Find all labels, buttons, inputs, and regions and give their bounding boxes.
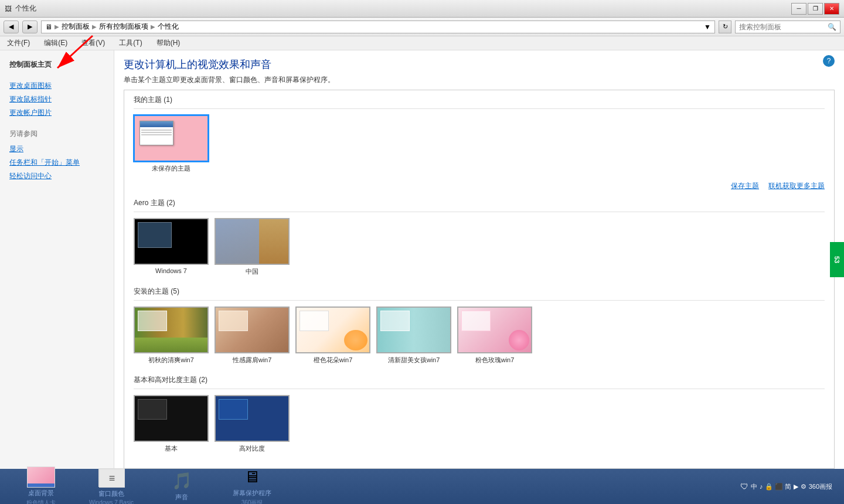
refresh-button[interactable]: ↻: [719, 21, 731, 33]
autumn-grass: [135, 338, 207, 352]
sound-label: 声音: [175, 493, 188, 502]
thumb-win7-bg: [135, 219, 207, 264]
search-input[interactable]: [739, 23, 828, 31]
orange-window: [300, 311, 329, 331]
theme-basic-black[interactable]: 基本: [134, 395, 209, 453]
theme-win7[interactable]: Windows 7: [134, 218, 209, 276]
bottom-window-color[interactable]: ≡ 窗口颜色 Windows 7 Basic: [82, 467, 141, 504]
theme-name-china: 中国: [246, 267, 258, 276]
sound-emoji: 🎵: [172, 471, 192, 491]
bottom-screensaver[interactable]: 🖥 屏幕保护程序 360画报: [223, 466, 281, 505]
bottom-sound[interactable]: 🎵 声音: [152, 471, 211, 503]
sexy-window: [219, 311, 248, 331]
minimize-button[interactable]: ─: [791, 3, 806, 15]
content-title: 更改计算机上的视觉效果和声音: [124, 57, 835, 71]
tray-icons: ♪ 🔒 ⬛ 简: [760, 482, 791, 491]
theme-autumn[interactable]: 初秋的清爽win7: [134, 307, 209, 365]
theme-name-basic-black: 基本: [165, 444, 178, 453]
theme-basic-blue[interactable]: 高对比度: [215, 395, 290, 453]
sidebar: 控制面板主页 更改桌面图标 更改鼠标指针 更改帐户图片 另请参阅 显示 任务栏和…: [0, 50, 114, 469]
orange-flower: [344, 330, 367, 350]
path-part-3: 个性化: [158, 22, 179, 32]
thumb-sexy-bg: [216, 308, 288, 352]
sidebar-link-display[interactable]: 显示: [9, 142, 104, 156]
line2: [141, 132, 172, 133]
thumb-basic-blue-bg: [216, 396, 288, 441]
theme-unsaved[interactable]: 未保存的主题: [134, 115, 209, 173]
menu-file[interactable]: 文件(F): [5, 37, 32, 49]
wallpaper-icon: [27, 466, 55, 488]
search-box[interactable]: 🔍: [735, 21, 840, 33]
sidebar-also-see-title: 另请参阅: [9, 129, 104, 139]
dropdown-arrow[interactable]: ▼: [704, 23, 711, 31]
theme-name-basic-blue: 高对比度: [239, 444, 265, 453]
china-left: [216, 219, 259, 264]
bottom-wallpaper[interactable]: 桌面背景 粉色情人卡: [12, 466, 70, 505]
save-theme-link[interactable]: 保存主题: [731, 181, 759, 191]
screensaver-desc: 360画报: [241, 499, 263, 505]
path-arrow-3: ▶: [151, 23, 155, 30]
green-badge[interactable]: 53: [830, 242, 844, 277]
save-links: 保存主题 联机获取更多主题: [134, 179, 825, 193]
get-more-link[interactable]: 联机获取更多主题: [768, 181, 825, 191]
aero-themes-grid: Windows 7 中国: [134, 218, 825, 282]
theme-name-pink: 粉色玫瑰win7: [475, 356, 515, 365]
restore-button[interactable]: ❐: [808, 3, 823, 15]
themes-scroll-area[interactable]: 我的主题 (1): [124, 90, 835, 469]
sidebar-link-account-pic[interactable]: 更改帐户图片: [0, 106, 114, 120]
window-color-desc: Windows 7 Basic: [89, 499, 134, 504]
basic-blue-window: [219, 399, 248, 420]
path-part-2: 所有控制面板项: [99, 22, 148, 32]
menu-help[interactable]: 帮助(H): [154, 37, 183, 49]
thumb-orange-bg: [297, 308, 369, 352]
theme-sexy[interactable]: 性感露肩win7: [215, 307, 290, 365]
theme-name-sexy: 性感露肩win7: [233, 356, 272, 365]
theme-sweet[interactable]: 清新甜美女孩win7: [376, 307, 451, 365]
sweet-window: [380, 311, 410, 331]
tray-icon-360: 🛡: [740, 482, 748, 491]
menu-edit[interactable]: 编辑(E): [42, 37, 70, 49]
sidebar-link-mouse[interactable]: 更改鼠标指针: [0, 93, 114, 106]
close-button[interactable]: ✕: [824, 3, 839, 15]
theme-thumb-sexy: [215, 307, 290, 353]
screensaver-icon: 🖥: [238, 466, 266, 488]
sidebar-also-see: 另请参阅 显示 任务栏和「开始」菜单 轻松访问中心: [0, 129, 114, 183]
mini-window-bar: [140, 121, 173, 127]
back-button[interactable]: ◀: [4, 21, 19, 33]
theme-orange[interactable]: 橙色花朵win7: [295, 307, 370, 365]
line3: [141, 134, 172, 135]
screensaver-emoji: 🖥: [244, 467, 260, 486]
wallpaper-preview: [27, 466, 55, 488]
forward-button[interactable]: ▶: [22, 21, 38, 33]
china-right: [259, 219, 288, 264]
tray-text-zh: 中: [751, 482, 757, 491]
tray-360text: 360画报: [809, 482, 832, 491]
help-button[interactable]: ?: [823, 55, 835, 67]
thumb-pink-bg: [458, 308, 531, 352]
thumb-bg-unsaved: [135, 116, 207, 161]
menu-view[interactable]: 查看(V): [79, 37, 107, 49]
theme-thumb-win7: [134, 218, 209, 265]
theme-china[interactable]: 中国: [215, 218, 290, 276]
menu-tools[interactable]: 工具(T): [117, 37, 144, 49]
sys-tray: 🛡 中 ♪ 🔒 ⬛ 简 ▶ ⚙ 360画报: [740, 482, 832, 491]
thumb-autumn-bg: [135, 308, 207, 352]
sidebar-link-desktop-icon[interactable]: 更改桌面图标: [0, 79, 114, 93]
theme-thumb-china: [215, 218, 290, 265]
theme-thumb-autumn: [134, 307, 209, 353]
sidebar-link-taskbar[interactable]: 任务栏和「开始」菜单: [9, 156, 104, 169]
installed-themes-grid: 初秋的清爽win7 性感露肩win7: [134, 307, 825, 370]
content-area: ? 更改计算机上的视觉效果和声音 单击某个主题立即更改桌面背景、窗口颜色、声音和…: [114, 50, 844, 469]
theme-thumb-basic-blue: [215, 395, 290, 442]
window-icon: 🖼: [5, 5, 12, 13]
theme-pink[interactable]: 粉色玫瑰win7: [457, 307, 532, 365]
theme-name-autumn: 初秋的清爽win7: [148, 356, 194, 365]
address-path[interactable]: 🖥 ▶ 控制面板 ▶ 所有控制面板项 ▶ 个性化 ▼: [41, 21, 715, 33]
sidebar-home[interactable]: 控制面板主页: [0, 57, 114, 74]
basic-themes-grid: 基本 高对比度: [134, 395, 825, 459]
wc-bg: ≡: [99, 469, 125, 488]
theme-thumb-sweet: [376, 307, 451, 353]
basic-black-window: [138, 399, 167, 420]
sidebar-link-ease[interactable]: 轻松访问中心: [9, 169, 104, 183]
window-title: 个性化: [15, 4, 36, 13]
